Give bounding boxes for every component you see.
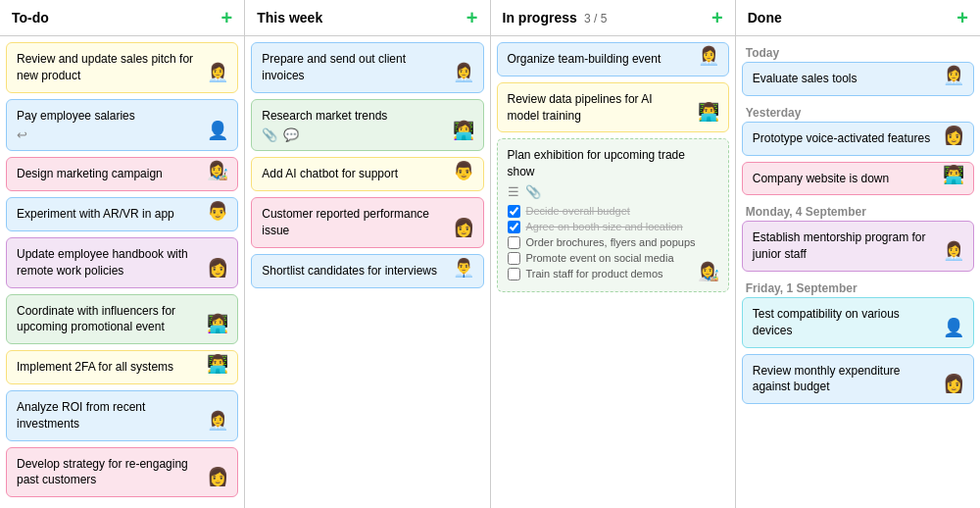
card-text: Plan exhibition for upcoming trade show xyxy=(508,147,718,180)
card-p1[interactable]: Organize team-building event👩‍💼 xyxy=(497,42,729,76)
card-text: Shortlist candidates for interviews xyxy=(262,263,472,279)
column-inprogress: In progress 3 / 5+Organize team-building… xyxy=(491,0,736,508)
checklist-label: Train staff for product demos xyxy=(526,268,663,279)
checklist-label: Agree on booth size and location xyxy=(526,221,683,232)
column-body: Review and update sales pitch for new pr… xyxy=(0,36,244,508)
checklist-label: Decide overall budget xyxy=(526,205,630,217)
progress-badge: 3 / 5 xyxy=(581,12,608,25)
avatar: 👩‍💼 xyxy=(204,407,231,434)
column-title: To-do xyxy=(12,10,49,25)
card-text: Test compatibility on various devices xyxy=(753,306,963,339)
avatar: 👨‍💻 xyxy=(695,98,722,126)
card-t6[interactable]: Coordinate with influencers for upcoming… xyxy=(6,294,238,345)
card-text: Analyze ROI from recent investments xyxy=(17,399,227,432)
card-text: Review data pipelines for AI model train… xyxy=(508,91,718,125)
avatar: 👤 xyxy=(204,117,231,144)
done-section-label: Friday, 1 September xyxy=(742,278,974,297)
card-t5[interactable]: Update employee handbook with remote wor… xyxy=(6,237,238,288)
card-text: Organize team-building event xyxy=(508,51,718,68)
card-t7[interactable]: Implement 2FA for all systems👨‍💻 xyxy=(6,350,238,384)
avatar: 👩‍🎨 xyxy=(204,157,231,184)
card-icon: 💬 xyxy=(283,127,299,142)
card-text: Evaluate sales tools xyxy=(753,71,963,87)
card-w2[interactable]: Research market trends📎💬👩‍💻 xyxy=(251,99,483,152)
checklist: Decide overall budgetAgree on booth size… xyxy=(508,205,718,280)
avatar: 👨 xyxy=(450,157,477,184)
card-w4[interactable]: Customer reported performance issue👩 xyxy=(251,197,483,248)
card-text: Research market trends xyxy=(262,108,472,125)
card-text: Implement 2FA for all systems xyxy=(17,359,227,376)
kanban-board: To-do+Review and update sales pitch for … xyxy=(0,0,980,508)
avatar: 👩‍💼 xyxy=(940,62,967,89)
checklist-item[interactable]: Agree on booth size and location xyxy=(508,221,718,233)
card-icon: ↩ xyxy=(17,127,27,142)
checklist-label: Promote event on social media xyxy=(526,252,674,264)
card-icon: 📎 xyxy=(262,127,277,142)
column-header: This week+ xyxy=(245,0,489,36)
card-d3[interactable]: Company website is down👨‍💻 xyxy=(742,162,974,196)
card-p2[interactable]: Review data pipelines for AI model train… xyxy=(497,82,729,133)
avatar: 👩‍🎨 xyxy=(695,258,722,285)
card-d2[interactable]: Prototype voice-activated features👩 xyxy=(742,122,974,156)
checklist-checkbox[interactable] xyxy=(508,252,520,265)
card-t2[interactable]: Pay employee salaries↩👤 xyxy=(6,99,238,152)
add-card-button[interactable]: + xyxy=(956,8,968,27)
avatar: 👩‍💼 xyxy=(940,237,967,265)
avatar: 👩 xyxy=(940,122,967,149)
column-title: This week xyxy=(257,10,322,25)
avatar: 👩‍💼 xyxy=(450,59,477,86)
card-t3[interactable]: Design marketing campaign👩‍🎨 xyxy=(6,157,238,191)
column-todo: To-do+Review and update sales pitch for … xyxy=(0,0,245,508)
checklist-checkbox[interactable] xyxy=(508,236,520,249)
column-header: Done+ xyxy=(736,0,980,36)
card-text: Prepare and send out client invoices xyxy=(262,51,472,84)
card-icons: ☰📎 xyxy=(508,184,718,199)
checklist-checkbox[interactable] xyxy=(508,268,520,280)
column-body: TodayEvaluate sales tools👩‍💼YesterdayPro… xyxy=(736,36,980,508)
avatar: 👩‍💼 xyxy=(204,59,231,86)
card-text: Customer reported performance issue xyxy=(262,206,472,239)
card-text: Pay employee salaries xyxy=(17,108,227,125)
column-title: Done xyxy=(748,10,782,25)
card-text: Develop strategy for re-engaging past cu… xyxy=(17,456,227,489)
checklist-item[interactable]: Train staff for product demos xyxy=(508,268,718,280)
column-header: In progress 3 / 5+ xyxy=(491,0,735,36)
card-text: Coordinate with influencers for upcoming… xyxy=(17,303,227,336)
card-t1[interactable]: Review and update sales pitch for new pr… xyxy=(6,42,238,93)
checklist-checkbox[interactable] xyxy=(508,205,520,218)
card-d4[interactable]: Establish mentorship program for junior … xyxy=(742,221,974,272)
card-w1[interactable]: Prepare and send out client invoices👩‍💼 xyxy=(251,42,483,93)
checklist-item[interactable]: Order brochures, flyers and popups xyxy=(508,236,718,249)
card-text: Add AI chatbot for support xyxy=(262,166,472,182)
checklist-checkbox[interactable] xyxy=(508,221,520,233)
card-t4[interactable]: Experiment with AR/VR in app👨 xyxy=(6,197,238,231)
card-text: Establish mentorship program for junior … xyxy=(753,229,963,263)
card-d6[interactable]: Review monthly expenditure against budge… xyxy=(742,354,974,405)
column-header: To-do+ xyxy=(0,0,244,36)
card-icon: ☰ xyxy=(508,184,519,199)
avatar: 👨‍💻 xyxy=(940,161,967,188)
card-t9[interactable]: Develop strategy for re-engaging past cu… xyxy=(6,447,238,498)
card-t8[interactable]: Analyze ROI from recent investments👩‍💼 xyxy=(6,390,238,441)
checklist-item[interactable]: Promote event on social media xyxy=(508,252,718,265)
card-d1[interactable]: Evaluate sales tools👩‍💼 xyxy=(742,62,974,96)
avatar: 👨 xyxy=(204,197,231,225)
card-text: Prototype voice-activated features xyxy=(753,130,963,147)
card-w5[interactable]: Shortlist candidates for interviews👨‍💼 xyxy=(251,254,483,288)
card-d5[interactable]: Test compatibility on various devices👤 xyxy=(742,297,974,348)
add-card-button[interactable]: + xyxy=(466,8,478,27)
avatar: 👩 xyxy=(940,370,967,397)
card-icon: 📎 xyxy=(525,184,541,199)
checklist-item[interactable]: Decide overall budget xyxy=(508,205,718,218)
card-p3[interactable]: Plan exhibition for upcoming trade show☰… xyxy=(497,138,729,292)
card-text: Review and update sales pitch for new pr… xyxy=(17,51,227,84)
avatar: 👨‍💻 xyxy=(204,350,231,378)
column-done: Done+TodayEvaluate sales tools👩‍💼Yesterd… xyxy=(736,0,980,508)
card-icons: ↩ xyxy=(17,127,227,142)
card-text: Review monthly expenditure against budge… xyxy=(753,363,963,396)
add-card-button[interactable]: + xyxy=(221,8,233,27)
column-title: In progress 3 / 5 xyxy=(503,10,608,25)
card-w3[interactable]: Add AI chatbot for support👨 xyxy=(251,157,483,191)
add-card-button[interactable]: + xyxy=(711,8,723,27)
card-icons: 📎💬 xyxy=(262,127,472,142)
